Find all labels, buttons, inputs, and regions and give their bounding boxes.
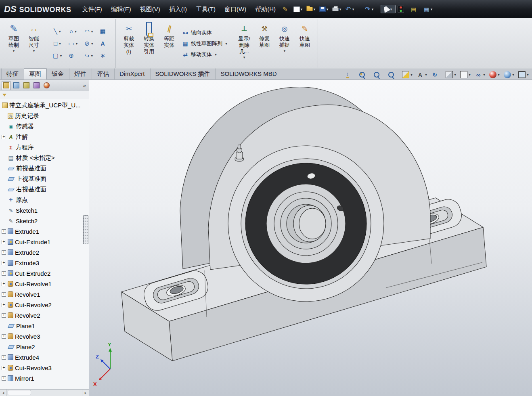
menu-item[interactable]: 文件(F) <box>78 0 107 18</box>
model-3d-view[interactable]: Y X Z <box>89 80 532 396</box>
tree-item[interactable]: 原点 <box>0 195 89 205</box>
scrollbar-thumb[interactable] <box>8 390 31 395</box>
panel-horizontal-scrollbar[interactable] <box>0 389 89 396</box>
tree-item[interactable]: Plane2 <box>0 342 89 352</box>
expand-plus-box[interactable] <box>2 355 6 360</box>
hud-button[interactable] <box>417 71 428 78</box>
dropdown-caret-icon[interactable] <box>75 42 79 46</box>
overflow-chevron-icon[interactable] <box>82 82 87 88</box>
ribbon-tool-button[interactable] <box>66 50 81 61</box>
dropdown-caret-icon[interactable] <box>339 7 342 11</box>
ribbon-button[interactable]: 修复 草图 <box>254 20 274 67</box>
tree-item[interactable]: 右视基准面 <box>0 184 89 195</box>
ribbon-button[interactable]: 转换 实体 引用 <box>139 20 159 67</box>
tree-item[interactable]: Sketch1 <box>0 205 89 216</box>
tree-item[interactable]: Extrude4 <box>0 352 89 362</box>
tree-item[interactable]: Plane1 <box>0 321 89 331</box>
expand-plus-box[interactable] <box>2 303 6 307</box>
ribbon-tab[interactable]: 草图 <box>24 68 46 80</box>
expand-plus-box[interactable] <box>2 292 6 297</box>
ribbon-button[interactable]: 等距 实体 <box>159 20 179 67</box>
expand-plus-box[interactable] <box>2 334 6 339</box>
dropdown-caret-icon[interactable] <box>90 42 94 46</box>
expand-plus-box[interactable] <box>2 366 6 370</box>
ribbon-button[interactable]: 草图 绘制 <box>4 20 24 67</box>
hud-button[interactable] <box>518 71 530 78</box>
ribbon-button[interactable]: 线性草图阵列 <box>182 40 228 47</box>
hud-button[interactable] <box>489 71 501 78</box>
ribbon-tool-button[interactable] <box>97 38 113 49</box>
expand-plus-box[interactable] <box>2 261 6 265</box>
ribbon-button[interactable]: 智能 尺寸 <box>24 20 44 67</box>
dropdown-caret-icon[interactable] <box>410 73 413 77</box>
dropdown-caret-icon[interactable] <box>90 29 94 34</box>
ribbon-tool-button[interactable] <box>66 25 81 37</box>
dropdown-caret-icon[interactable] <box>326 7 329 11</box>
dropdown-caret-icon[interactable] <box>300 7 304 11</box>
ribbon-button[interactable]: 剪裁 实体 (I) <box>119 20 139 67</box>
quick-tool-button[interactable] <box>364 4 375 14</box>
dropdown-caret-icon[interactable] <box>430 7 434 11</box>
quick-tool-button[interactable] <box>381 5 396 13</box>
manager-tab[interactable] <box>32 81 41 90</box>
ribbon-button[interactable]: 显示/ 删除 几... <box>234 20 254 67</box>
menu-item[interactable]: 视图(V) <box>136 0 165 18</box>
expand-plus-box[interactable] <box>2 271 6 276</box>
tree-item[interactable]: 材质 <未指定> <box>0 153 89 163</box>
quick-tool-button[interactable] <box>331 6 343 13</box>
quick-tool-button[interactable] <box>344 4 356 14</box>
manager-tab[interactable] <box>2 81 10 90</box>
dropdown-caret-icon[interactable] <box>468 73 471 77</box>
hud-button[interactable] <box>358 71 370 78</box>
ribbon-tab[interactable]: 焊件 <box>69 68 92 80</box>
hud-button[interactable] <box>504 71 515 78</box>
tree-filter-row[interactable] <box>0 91 89 99</box>
expand-plus-box[interactable] <box>2 240 6 244</box>
expand-plus-box[interactable] <box>2 376 6 381</box>
hud-button[interactable] <box>402 71 413 78</box>
ribbon-tool-button[interactable] <box>50 50 65 61</box>
dropdown-caret-icon[interactable] <box>283 49 287 53</box>
tree-item[interactable]: 方程序 <box>0 142 89 153</box>
ribbon-button[interactable]: 镜向实体 <box>182 29 228 36</box>
ribbon-tab[interactable]: DimXpert <box>114 68 150 80</box>
hud-button[interactable] <box>344 71 355 78</box>
quick-tool-button[interactable] <box>293 5 304 13</box>
menu-item[interactable]: 插入(I) <box>165 0 191 18</box>
dropdown-caret-icon[interactable] <box>243 55 246 59</box>
ribbon-tool-button[interactable] <box>82 25 97 37</box>
dropdown-caret-icon[interactable] <box>58 29 62 34</box>
menu-item[interactable]: 窗口(W) <box>220 0 251 18</box>
ribbon-tab[interactable]: 钣金 <box>46 68 69 80</box>
dropdown-caret-icon[interactable] <box>74 29 77 34</box>
menu-item[interactable]: 编辑(E) <box>107 0 136 18</box>
ribbon-button[interactable]: 移动实体 <box>182 51 228 58</box>
manager-tab[interactable] <box>22 81 31 90</box>
menu-item[interactable]: 工具(T) <box>191 0 220 18</box>
hud-button[interactable] <box>431 71 442 78</box>
dropdown-caret-icon[interactable] <box>32 49 36 53</box>
tree-item[interactable]: Extrude2 <box>0 247 89 258</box>
expand-plus-box[interactable] <box>2 135 6 139</box>
tree-item[interactable]: 传感器 <box>0 121 89 132</box>
dropdown-caret-icon[interactable] <box>371 7 375 11</box>
dropdown-caret-icon[interactable] <box>59 54 63 58</box>
ribbon-tab[interactable]: 评估 <box>92 68 114 80</box>
ribbon-tab[interactable]: SOLIDWORKS 插件 <box>150 68 216 80</box>
hud-button[interactable] <box>460 71 471 78</box>
ribbon-tab[interactable]: 特征 <box>1 68 24 80</box>
manager-tab[interactable] <box>42 81 51 90</box>
tree-item[interactable]: Cut-Revolve3 <box>0 362 89 373</box>
dropdown-caret-icon[interactable] <box>90 54 94 58</box>
dropdown-caret-icon[interactable] <box>497 73 501 77</box>
tree-item[interactable]: Revolve2 <box>0 310 89 321</box>
dropdown-caret-icon[interactable] <box>424 73 428 77</box>
graphics-viewport[interactable]: Y X Z <box>89 80 532 396</box>
tree-item[interactable]: Revolve3 <box>0 331 89 342</box>
ribbon-tab[interactable]: SOLIDWORKS MBD <box>215 68 282 80</box>
expand-plus-box[interactable] <box>2 250 6 255</box>
dropdown-caret-icon[interactable] <box>313 7 316 11</box>
menu-item[interactable]: 帮助(H) <box>251 0 280 18</box>
ribbon-button[interactable]: 快速 捕捉 <box>274 20 295 67</box>
tree-item[interactable]: Revolve1 <box>0 289 89 300</box>
